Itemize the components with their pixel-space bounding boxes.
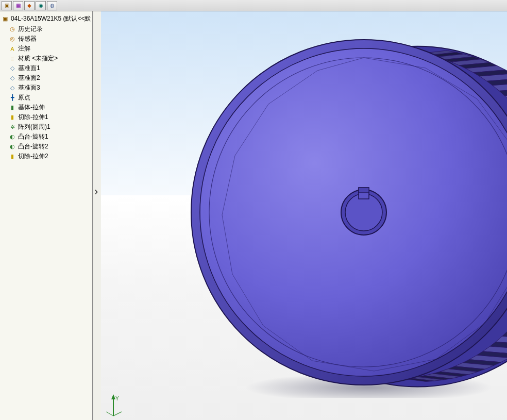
pattern-icon: ✲ bbox=[8, 124, 16, 131]
plane-icon: ◇ bbox=[8, 65, 16, 72]
tree-item[interactable]: ╋原点 bbox=[1, 93, 91, 103]
tree-item-label: 传感器 bbox=[18, 35, 37, 43]
tree-item-label: 切除-拉伸2 bbox=[18, 152, 48, 161]
tree-item-label: 注解 bbox=[18, 44, 30, 53]
history-icon: ◷ bbox=[8, 26, 16, 33]
tree-item-label: 原点 bbox=[18, 93, 30, 102]
cut-icon: ▮ bbox=[8, 114, 16, 121]
tree-item-label: 凸台-旋转1 bbox=[18, 132, 48, 141]
panel-toolbar: ▣ ▦ ◆ ◉ ◍ bbox=[0, 0, 507, 11]
toolbar-part-icon[interactable]: ▣ bbox=[2, 1, 12, 10]
material-icon: ≡ bbox=[8, 55, 16, 62]
tree-item-label: 凸台-旋转2 bbox=[18, 142, 48, 151]
plane-icon: ◇ bbox=[8, 75, 16, 82]
sidebar-spacer bbox=[0, 163, 92, 420]
toolbar-drawing-icon[interactable]: ◆ bbox=[24, 1, 35, 10]
toolbar-config-icon[interactable]: ◉ bbox=[36, 1, 46, 10]
tree-item[interactable]: ◐凸台-旋转1 bbox=[1, 132, 91, 142]
annotation-icon: A bbox=[8, 45, 16, 53]
toolbar-display-icon[interactable]: ◍ bbox=[47, 1, 57, 10]
tree-item[interactable]: ◷历史记录 bbox=[1, 24, 91, 34]
sensor-icon: ◎ bbox=[8, 36, 16, 43]
toolbar-assembly-icon[interactable]: ▦ bbox=[13, 1, 23, 10]
ruler-caret: › bbox=[94, 185, 98, 198]
tree-item[interactable]: ◐凸台-旋转2 bbox=[1, 142, 91, 152]
revolve-icon: ◐ bbox=[8, 143, 16, 150]
tree-item[interactable]: ▮基体-拉伸 bbox=[1, 103, 91, 112]
svg-line-74 bbox=[106, 412, 113, 416]
tree-item[interactable]: ✲阵列(圆周)1 bbox=[1, 122, 91, 132]
tree-item[interactable]: ▮切除-拉伸2 bbox=[1, 152, 91, 161]
part-icon: ▣ bbox=[1, 15, 9, 23]
tree-item-label: 阵列(圆周)1 bbox=[18, 123, 50, 131]
tree-item-label: 基体-拉伸 bbox=[18, 103, 45, 112]
svg-marker-72 bbox=[111, 394, 115, 399]
tree-item-label: 历史记录 bbox=[18, 25, 43, 33]
vertical-ruler: › bbox=[93, 11, 101, 420]
cut-icon: ▮ bbox=[8, 153, 16, 160]
timing-pulley-model[interactable] bbox=[183, 27, 507, 398]
tree-root-label: 04L-36A15W21K5 (默认<<默认 bbox=[11, 14, 91, 23]
tree-root-item[interactable]: ▣ 04L-36A15W21K5 (默认<<默认 bbox=[1, 13, 91, 24]
tree-item[interactable]: ◇基准面3 bbox=[1, 83, 91, 93]
tree-item-label: 切除-拉伸1 bbox=[18, 113, 48, 122]
svg-point-68 bbox=[345, 194, 382, 231]
svg-line-73 bbox=[113, 412, 122, 416]
tree-item[interactable]: ▮切除-拉伸1 bbox=[1, 112, 91, 122]
tree-item[interactable]: ≡材质 <未指定> bbox=[1, 54, 91, 63]
tree-item-label: 基准面3 bbox=[18, 83, 40, 92]
axis-triad: Y bbox=[101, 393, 126, 418]
plane-icon: ◇ bbox=[8, 85, 16, 92]
axis-y-label: Y bbox=[115, 396, 119, 401]
svg-rect-70 bbox=[359, 188, 369, 193]
tree-item[interactable]: ◇基准面2 bbox=[1, 73, 91, 83]
revolve-icon: ◐ bbox=[8, 133, 16, 141]
model-viewport[interactable]: Y bbox=[101, 11, 507, 420]
feature-tree[interactable]: ▣ 04L-36A15W21K5 (默认<<默认 ◷历史记录◎传感器A注解≡材质… bbox=[0, 11, 92, 163]
extrude-icon: ▮ bbox=[8, 104, 16, 111]
origin-icon: ╋ bbox=[8, 94, 16, 102]
tree-item[interactable]: ◇基准面1 bbox=[1, 63, 91, 73]
main-area: ▣ 04L-36A15W21K5 (默认<<默认 ◷历史记录◎传感器A注解≡材质… bbox=[0, 11, 507, 420]
tree-item-label: 基准面2 bbox=[18, 74, 40, 82]
tree-item[interactable]: A注解 bbox=[1, 44, 91, 54]
feature-tree-panel: ▣ 04L-36A15W21K5 (默认<<默认 ◷历史记录◎传感器A注解≡材质… bbox=[0, 11, 93, 420]
tree-item-label: 材质 <未指定> bbox=[18, 54, 58, 63]
tree-item[interactable]: ◎传感器 bbox=[1, 34, 91, 44]
tree-item-label: 基准面1 bbox=[18, 64, 40, 73]
